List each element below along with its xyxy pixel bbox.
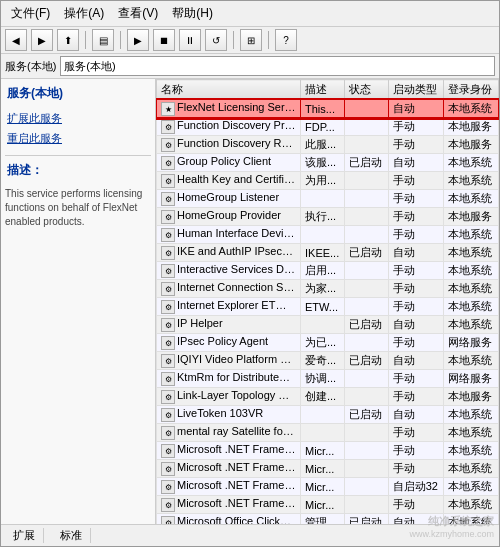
show-hide-button[interactable]: ▤ [92,29,114,51]
table-row[interactable]: ⚙Microsoft .NET Framework NGEN v...Micr.… [157,478,499,496]
restart-service-link[interactable]: 重启此服务 [5,130,151,147]
cell-startup: 自动 [388,154,444,172]
addressbar-input[interactable] [60,56,495,76]
cell-status [345,370,388,388]
cell-login: 本地服务 [444,208,499,226]
cell-status [345,442,388,460]
cell-startup: 自动 [388,352,444,370]
cell-status [345,280,388,298]
table-row[interactable]: ⚙IKE and AuthIP IPsec Keying Modu...IKEE… [157,244,499,262]
cell-startup: 手动 [388,442,444,460]
table-row[interactable]: ⚙LiveToken 103VR已启动自动本地系统 [157,406,499,424]
cell-status [345,136,388,154]
col-login[interactable]: 登录身份 [444,80,499,100]
statusbar-extended[interactable]: 扩展 [5,528,44,543]
pause-button[interactable]: ⏸ [179,29,201,51]
play-button[interactable]: ▶ [127,29,149,51]
table-row[interactable]: ⚙Microsoft .NET Framework NGEN v...Micr.… [157,460,499,478]
table-row[interactable]: ⚙HomeGroup Listener手动本地系统 [157,190,499,208]
table-row[interactable]: ⚙Function Discovery Resource Publication… [157,136,499,154]
expand-service-link[interactable]: 扩展此服务 [5,110,151,127]
table-row[interactable]: ⚙Microsoft .NET Framework NGEN v...Micr.… [157,442,499,460]
table-row[interactable]: ★FlexNet Licensing Service 64This...自动本地… [157,100,499,118]
cell-status [345,298,388,316]
cell-startup: 自动 [388,406,444,424]
table-row[interactable]: ⚙IQIYI Video Platform Service爱奇...已启动自动本… [157,352,499,370]
col-startup[interactable]: 启动类型 [388,80,444,100]
toolbar: ◀ ▶ ⬆ ▤ ▶ ⏹ ⏸ ↺ ⊞ ? [1,27,499,54]
cell-desc [301,226,345,244]
table-row[interactable]: ⚙Human Interface Device Access手动本地系统 [157,226,499,244]
table-container[interactable]: 名称 描述 状态 启动类型 登录身份 ★FlexNet Licensing Se… [156,79,499,524]
cell-startup: 手动 [388,370,444,388]
cell-login: 本地系统 [444,298,499,316]
table-row[interactable]: ⚙IPsec Policy Agent为已...手动网络服务 [157,334,499,352]
cell-service-name: ⚙Microsoft .NET Framework NGEN v... [157,478,301,496]
table-row[interactable]: ⚙Microsoft Office ClickToRun Service管理..… [157,514,499,525]
cell-desc: This... [301,100,345,118]
cell-login: 网络服务 [444,370,499,388]
cell-service-name: ⚙IPsec Policy Agent [157,334,301,352]
cell-status: 已启动 [345,244,388,262]
cell-startup: 自动 [388,244,444,262]
cell-service-name: ⚙Microsoft Office ClickToRun Service [157,514,301,525]
statusbar-standard[interactable]: 标准 [52,528,91,543]
table-row[interactable]: ⚙Link-Layer Topology Discovery Ma...创建..… [157,388,499,406]
col-desc[interactable]: 描述 [301,80,345,100]
cell-login: 本地系统 [444,280,499,298]
cell-status [345,208,388,226]
cell-status: 已启动 [345,406,388,424]
stop-button[interactable]: ⏹ [153,29,175,51]
cell-service-name: ⚙mental ray Satellite for Autodesk 3... [157,424,301,442]
table-row[interactable]: ⚙Health Key and Certificate Manage...为用.… [157,172,499,190]
cell-desc: 协调... [301,370,345,388]
cell-desc: FDP... [301,118,345,136]
cell-service-name: ⚙IKE and AuthIP IPsec Keying Modu... [157,244,301,262]
forward-button[interactable]: ▶ [31,29,53,51]
help-button[interactable]: ? [275,29,297,51]
table-row[interactable]: ⚙Function Discovery Provider HostFDP...手… [157,118,499,136]
cell-desc: 启用... [301,262,345,280]
cell-login: 本地服务 [444,388,499,406]
cell-login: 本地系统 [444,478,499,496]
cell-login: 本地系统 [444,442,499,460]
left-panel: 服务(本地) 扩展此服务 重启此服务 描述： This service perf… [1,79,156,524]
properties-button[interactable]: ⊞ [240,29,262,51]
table-row[interactable]: ⚙Internet Connection Sharing (ICS)为家...手… [157,280,499,298]
back-button[interactable]: ◀ [5,29,27,51]
cell-startup: 手动 [388,460,444,478]
col-name[interactable]: 名称 [157,80,301,100]
cell-desc: IKEE... [301,244,345,262]
table-row[interactable]: ⚙mental ray Satellite for Autodesk 3...手… [157,424,499,442]
table-row[interactable]: ⚙Microsoft .NET Framework NGEN v...Micr.… [157,496,499,514]
right-panel: 名称 描述 状态 启动类型 登录身份 ★FlexNet Licensing Se… [156,79,499,524]
cell-status [345,118,388,136]
table-row[interactable]: ⚙Group Policy Client该服...已启动自动本地系统 [157,154,499,172]
cell-service-name: ⚙IQIYI Video Platform Service [157,352,301,370]
table-row[interactable]: ⚙IP Helper已启动自动本地系统 [157,316,499,334]
cell-login: 本地系统 [444,514,499,525]
cell-startup: 手动 [388,298,444,316]
cell-startup: 手动 [388,496,444,514]
table-row[interactable]: ⚙Interactive Services Detection启用...手动本地… [157,262,499,280]
table-row[interactable]: ⚙Internet Explorer ETW Collector Ser...E… [157,298,499,316]
cell-status [345,334,388,352]
cell-service-name: ⚙HomeGroup Provider [157,208,301,226]
menu-help[interactable]: 帮助(H) [166,3,219,24]
cell-startup: 手动 [388,118,444,136]
menu-action[interactable]: 操作(A) [58,3,110,24]
description-title: 描述： [5,160,151,181]
cell-desc: 执行... [301,208,345,226]
menu-file[interactable]: 文件(F) [5,3,56,24]
cell-service-name: ⚙Internet Explorer ETW Collector Ser... [157,298,301,316]
table-row[interactable]: ⚙KtmRm for Distributed Transaction ...协调… [157,370,499,388]
col-status[interactable]: 状态 [345,80,388,100]
table-row[interactable]: ⚙HomeGroup Provider执行...手动本地服务 [157,208,499,226]
menu-view[interactable]: 查看(V) [112,3,164,24]
restart-button[interactable]: ↺ [205,29,227,51]
up-button[interactable]: ⬆ [57,29,79,51]
cell-desc: 该服... [301,154,345,172]
addressbar-label: 服务(本地) [5,59,56,74]
cell-service-name: ★FlexNet Licensing Service 64 [157,100,301,118]
cell-desc [301,424,345,442]
